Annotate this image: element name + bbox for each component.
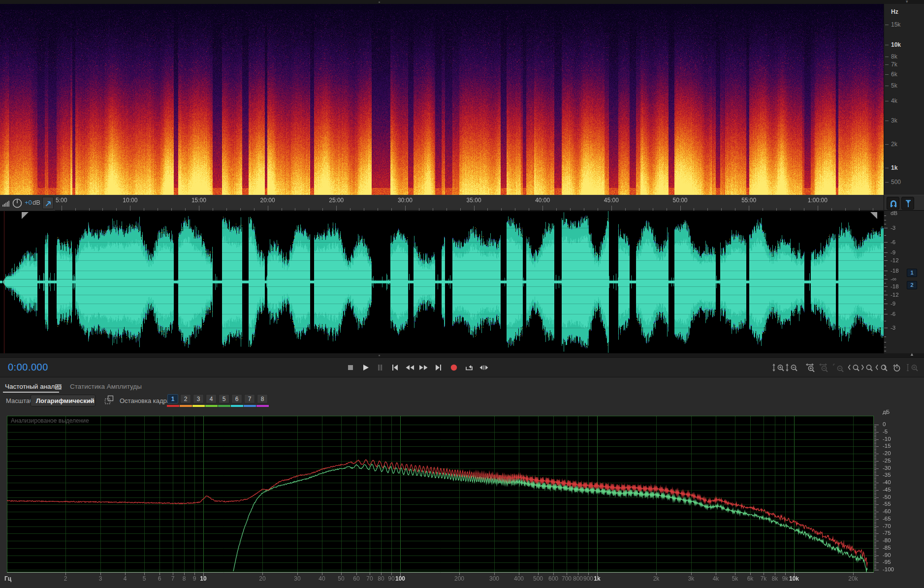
zoom-to-selection-button[interactable] [875,362,888,373]
frame-hold-button-1[interactable]: 1 [167,394,178,403]
zoom-out-vertical-button[interactable] [785,362,798,373]
chart-y-tick-label: -25 [883,458,891,464]
chart-x-tick-label: 8 [183,575,186,582]
chart-x-tick-label: 600 [548,575,558,582]
chart-y-tick-label: -100 [883,566,894,572]
amplitude-db-label: -9 [891,301,895,307]
reset-zoom-button[interactable] [891,362,903,373]
amplitude-db-label: -12 [891,257,899,263]
amplitude-scale[interactable]: dB-3-6-9-12-18-∞-18-12-9-6-312 [884,211,924,353]
frequency-analysis-chart[interactable] [0,411,924,588]
chart-x-tick-label: 40 [319,575,325,582]
freq-tick [885,86,889,86]
frame-hold-color-6 [231,405,243,407]
chart-x-tick-label: 80 [378,575,384,582]
chart-y-tick-label: -50 [883,494,891,500]
channel-2-button[interactable]: 2 [907,281,917,289]
freq-tick [885,144,889,145]
zoom-in-vertical-button[interactable] [772,362,785,373]
chart-y-tick-label: -55 [883,501,891,507]
chart-x-tick-label: 10k [789,575,799,582]
gain-knob-icon[interactable] [12,198,23,209]
levels-icon[interactable] [2,200,10,207]
chart-y-tick-label: -90 [883,552,891,558]
chart-x-tick-label: 9 [193,575,196,582]
gain-value[interactable]: +0 [25,199,32,206]
zsel-icon [875,363,888,372]
chart-x-tick-label: 9k [782,575,789,582]
zoom-out-full-button[interactable] [832,362,845,373]
freq-tick [885,182,889,183]
frequency-scale[interactable]: Hz15k10k8k7k6k5k4k3k2k1k500 [884,4,924,195]
amplitude-db-label: -∞ [891,276,896,282]
frame-hold-button-3[interactable]: 3 [193,394,204,403]
chart-y-tick-label: -85 [883,545,891,551]
marker-pin-button[interactable] [901,197,914,210]
panel-grip[interactable] [373,354,385,356]
chart-y-tick-label: -65 [883,516,891,522]
timeline-time-label: 55:00 [741,197,756,204]
chart-x-tick-label: 3k [688,575,695,582]
zoom-in-at-in-point-button[interactable] [847,362,860,373]
waveform-display[interactable] [0,211,884,353]
chart-y-tick-label: -30 [883,465,891,471]
scroll-up-arrow-icon[interactable]: ▲ [910,352,914,357]
frame-hold-button-8[interactable]: 8 [257,394,268,403]
frame-hold-color-8 [256,405,269,407]
zoom-out-horizontal-button[interactable] [816,362,829,373]
freq-tick [885,25,889,25]
chart-x-tick-label: 4k [713,575,719,582]
snap-toggle-button[interactable] [887,197,899,210]
x-axis-unit-label: Гц [4,575,11,582]
magnet-icon [890,199,897,208]
fade-in-handle[interactable] [22,212,29,219]
zin-h-icon [803,363,816,372]
zfull-out-icon [832,363,845,372]
amplitude-db-label: dB [891,210,897,216]
timeline-time-label: 15:00 [191,197,206,204]
spectrogram-display[interactable] [0,4,884,195]
amplitude-scale-ticks [884,211,924,353]
zoom-full-button[interactable] [906,362,919,373]
pushpin-icon [904,199,912,208]
y-axis-unit-label: дБ [883,409,890,415]
timeline-ruler[interactable]: 5:0010:0015:0020:0025:0030:0035:0040:004… [0,195,884,211]
analyzed-selection-note: Анализированое выделение [11,417,89,424]
frame-hold-color-3 [192,405,205,407]
frame-hold-button-5[interactable]: 5 [219,394,229,403]
top-panel-divider[interactable]: ▾ [0,0,924,4]
chart-x-tick-label: 20 [259,575,265,582]
zoom-in-horizontal-button[interactable] [803,362,816,373]
spectrogram-freq-label: 2k [891,141,897,148]
chart-x-tick-label: 30 [294,575,300,582]
panel-grip[interactable] [373,1,385,3]
chart-x-tick-label: 500 [533,575,543,582]
mid-panel-divider[interactable]: ▲ [0,353,924,357]
amplitude-db-label: -3 [891,325,895,331]
amplitude-db-label: -3 [891,225,895,231]
channel-1-button[interactable]: 1 [907,269,917,277]
fade-out-handle[interactable] [870,212,877,219]
chart-x-tick-label: 70 [366,575,373,582]
pin-arrow-icon [45,200,52,207]
timeline-time-label: 1:00:00 [808,197,828,204]
chart-x-tick-label: 5k [732,575,738,582]
chart-x-tick-label: 5 [143,575,146,582]
timeline-time-label: 20:00 [260,197,275,204]
spectrogram-freq-label: Hz [891,8,898,15]
frame-hold-button-6[interactable]: 6 [231,394,242,403]
frame-hold-button-7[interactable]: 7 [244,394,255,403]
frame-hold-button-2[interactable]: 2 [180,394,191,403]
zout-v-icon [785,363,798,372]
frame-hold-color-5 [218,405,230,407]
spectrogram-freq-label: 3k [891,117,897,124]
chart-x-tick-label: 1k [594,575,600,582]
chart-y-tick-label: -40 [883,479,891,485]
chart-x-tick-label: 50 [338,575,344,582]
playhead-line[interactable] [4,211,4,353]
pin-playhead-button[interactable] [42,197,54,209]
frame-hold-button-4[interactable]: 4 [206,394,217,403]
zoom-in-at-out-point-button[interactable] [860,362,873,373]
amplitude-db-label: -18 [891,268,899,274]
panel-menu-caret-icon[interactable]: ▾ [906,0,908,4]
